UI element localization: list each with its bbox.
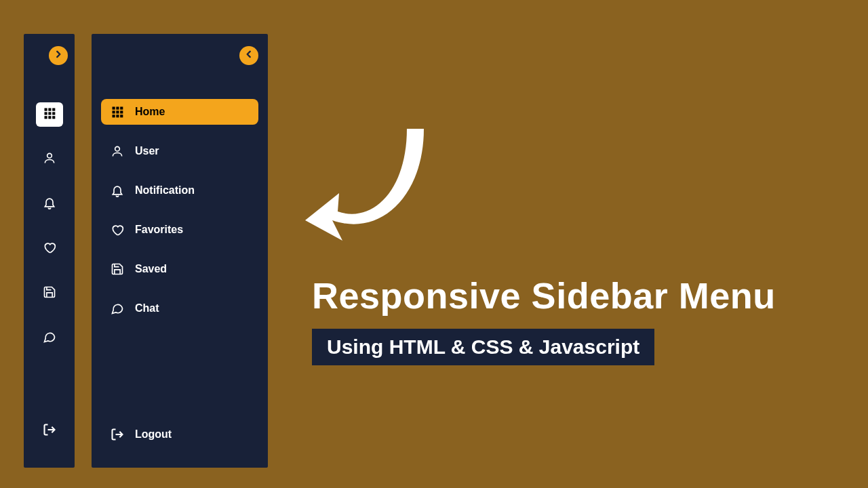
bell-icon [111,184,124,197]
grid-icon [111,105,124,119]
svg-rect-6 [44,116,47,119]
svg-rect-3 [44,112,47,115]
logout-icon [111,428,124,441]
svg-rect-0 [44,108,47,111]
heart-icon [43,241,56,257]
svg-rect-2 [52,108,55,111]
sidebar-item-chat[interactable] [36,326,63,350]
svg-rect-16 [120,110,123,113]
sidebar-item-notification[interactable]: Notification [101,178,258,203]
sidebar-item-notification[interactable] [36,192,63,216]
svg-rect-14 [113,110,115,113]
sidebar-item-label: Saved [135,263,167,275]
svg-rect-1 [48,108,51,111]
sidebar-expanded: Home User Notification Favorites Saved [92,34,268,468]
collapse-toggle-button[interactable] [239,46,258,65]
sidebar-item-label: Logout [135,428,172,441]
sidebar-item-favorites[interactable] [36,237,63,261]
sidebar-item-label: Chat [135,302,159,314]
sidebar-item-logout[interactable] [36,419,63,443]
user-icon [43,151,56,167]
save-icon [43,285,56,302]
svg-rect-19 [120,115,123,117]
curved-arrow-icon [305,102,441,251]
logout-icon [43,423,56,439]
sidebar-item-label: Favorites [135,224,183,236]
svg-rect-7 [48,116,51,119]
sidebar-collapsed-items [24,102,75,350]
sidebar-item-home[interactable] [36,102,63,127]
sidebar-item-saved[interactable]: Saved [101,256,258,282]
sidebar-item-label: User [135,145,159,157]
svg-rect-17 [113,115,115,117]
svg-rect-15 [116,110,119,113]
chat-icon [111,302,124,315]
bell-icon [43,196,56,212]
save-icon [111,262,124,276]
svg-point-20 [115,146,120,151]
sidebar-item-user[interactable] [36,147,63,171]
svg-rect-8 [52,116,55,119]
heart-icon [111,223,124,237]
sidebar-item-home[interactable]: Home [101,99,258,125]
sidebar-item-label: Home [135,106,165,118]
sidebar-item-saved[interactable] [36,281,63,306]
user-icon [111,144,124,158]
sidebar-item-favorites[interactable]: Favorites [101,217,258,243]
chat-icon [43,330,56,346]
svg-rect-11 [113,107,115,110]
sidebar-expanded-items: Home User Notification Favorites Saved [92,99,268,321]
hero-subtitle-box: Using HTML & CSS & Javascript [312,329,654,365]
sidebar-collapsed [24,34,75,468]
sidebar-item-logout[interactable]: Logout [101,422,258,447]
sidebar-item-chat[interactable]: Chat [101,296,258,321]
svg-point-9 [47,153,52,158]
svg-rect-5 [52,112,55,115]
hero: Responsive Sidebar Menu Using HTML & CSS… [312,274,848,365]
chevron-right-icon [54,49,63,62]
hero-subtitle: Using HTML & CSS & Javascript [327,336,639,358]
chevron-left-icon [244,49,254,62]
svg-rect-12 [116,107,119,110]
svg-rect-4 [48,112,51,115]
svg-rect-13 [120,107,123,110]
expand-toggle-button[interactable] [49,46,68,65]
hero-title: Responsive Sidebar Menu [312,274,848,317]
sidebar-item-user[interactable]: User [101,138,258,164]
grid-icon [43,106,56,123]
svg-rect-18 [116,115,119,117]
sidebar-item-label: Notification [135,184,195,197]
